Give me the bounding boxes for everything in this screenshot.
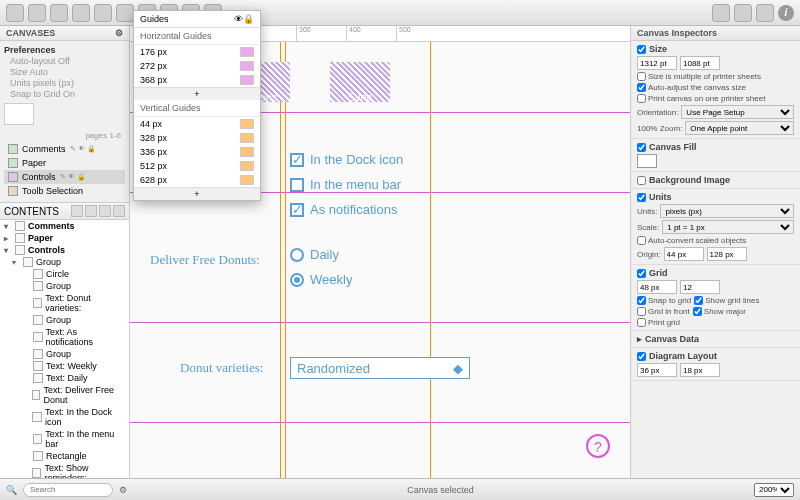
guide-row[interactable]: 328 px (134, 131, 260, 145)
tool-icon[interactable] (72, 4, 90, 22)
tree-item[interactable]: Group (0, 348, 129, 360)
tool-icon[interactable] (116, 4, 134, 22)
tool-icon[interactable] (28, 4, 46, 22)
size-section[interactable]: Size (637, 44, 794, 54)
gear-icon[interactable]: ⚙ (119, 485, 127, 495)
left-sidebar: CANVASES⚙ Preferences Auto-layout Off Si… (0, 26, 130, 478)
help-icon[interactable]: ? (586, 434, 610, 458)
label-varieties: Donut varieties: (180, 360, 263, 376)
tree-item[interactable]: Group (0, 314, 129, 326)
tool-icon[interactable] (94, 4, 112, 22)
canvases-header: CANVASES⚙ (0, 26, 129, 41)
search-input[interactable] (23, 483, 113, 497)
gear-icon[interactable]: ⚙ (115, 28, 123, 38)
guide-row[interactable]: 272 px (134, 59, 260, 73)
add-hguide-button[interactable]: + (134, 87, 260, 100)
lock-icon[interactable]: 👁🔒 (234, 14, 254, 24)
tree-item[interactable]: Text: Weekly (0, 360, 129, 372)
canvas-name[interactable]: Preferences (4, 45, 125, 55)
checkbox-menubar[interactable]: In the menu bar (290, 177, 401, 192)
guides-popup: Guides👁🔒 Horizontal Guides 176 px 272 px… (133, 10, 261, 201)
label-donuts: Deliver Free Donuts: (150, 252, 260, 268)
filter-icon[interactable] (85, 205, 97, 217)
checkbox-dock[interactable]: ✓In the Dock icon (290, 152, 403, 167)
guide-row[interactable]: 176 px (134, 45, 260, 59)
view-icon[interactable] (756, 4, 774, 22)
filter-icon[interactable] (99, 205, 111, 217)
guide-row[interactable]: 512 px (134, 159, 260, 173)
guides-title: Guides (140, 14, 169, 24)
orientation-select[interactable]: Use Page Setup (681, 105, 794, 119)
inspector-panel: Canvas Inspectors Size Size is multiple … (630, 26, 800, 478)
radio-daily[interactable]: Daily (290, 247, 339, 262)
contents-header: CONTENTS (0, 202, 129, 220)
chevron-down-icon: ◆ (453, 361, 463, 376)
status-bar: 🔍 ⚙ Canvas selected 200% (0, 478, 800, 500)
add-vguide-button[interactable]: + (134, 187, 260, 200)
guide-row[interactable]: 44 px (134, 117, 260, 131)
inspector-header: Canvas Inspectors (631, 26, 800, 41)
fill-swatch[interactable] (637, 154, 657, 168)
filter-icon[interactable] (71, 205, 83, 217)
layer-row[interactable]: Paper (4, 156, 125, 170)
tree-item[interactable]: ▾Comments (0, 220, 129, 232)
guide-row[interactable]: 628 px (134, 173, 260, 187)
checkbox-notifications[interactable]: ✓As notifications (290, 202, 397, 217)
tree-item[interactable]: Text: In the menu bar (0, 428, 129, 450)
status-text: Canvas selected (407, 485, 474, 495)
tree-item[interactable]: Text: In the Dock icon (0, 406, 129, 428)
view-icon[interactable] (712, 4, 730, 22)
width-field[interactable] (637, 56, 677, 70)
search-icon: 🔍 (6, 485, 17, 495)
tree-item[interactable]: Text: Daily (0, 372, 129, 384)
bg-section[interactable]: Background Image (637, 175, 794, 185)
tool-icon[interactable] (6, 4, 24, 22)
tree-item[interactable]: Text: Donut varieties: (0, 292, 129, 314)
guide-row[interactable]: 368 px (134, 73, 260, 87)
height-field[interactable] (680, 56, 720, 70)
tree-item[interactable]: Group (0, 280, 129, 292)
radio-weekly[interactable]: Weekly (290, 272, 352, 287)
layer-row[interactable]: Comments✎👁🔒 (4, 142, 125, 156)
tree-item[interactable]: Text: As notifications (0, 326, 129, 348)
tree-item[interactable]: Text: Deliver Free Donut (0, 384, 129, 406)
tree-item[interactable]: ▾Group (0, 256, 129, 268)
tree-item[interactable]: Circle (0, 268, 129, 280)
canvas-thumbnail[interactable] (4, 103, 34, 125)
units-section[interactable]: Units (637, 192, 794, 202)
dropdown-varieties[interactable]: Randomized◆ (290, 357, 470, 379)
fill-section[interactable]: Canvas Fill (637, 142, 794, 152)
zoom-select[interactable]: 200% (754, 483, 794, 497)
info-icon[interactable]: i (778, 5, 794, 21)
layer-row[interactable]: Toolb Selection (4, 184, 125, 198)
zoom-select[interactable]: One Apple point (685, 121, 794, 135)
view-icon[interactable] (734, 4, 752, 22)
tree-item[interactable]: Rectangle (0, 450, 129, 462)
tab-sync[interactable]: Sync (330, 62, 390, 102)
main-toolbar: i (0, 0, 800, 26)
grid-section[interactable]: Grid (637, 268, 794, 278)
filter-icon[interactable] (113, 205, 125, 217)
tool-icon[interactable] (50, 4, 68, 22)
tree-item[interactable]: ▾Controls (0, 244, 129, 256)
tree-item[interactable]: Text: Show reminders: (0, 462, 129, 478)
data-section[interactable]: ▸ Canvas Data (637, 334, 794, 344)
diagram-section[interactable]: Diagram Layout (637, 351, 794, 361)
guide-row[interactable]: 336 px (134, 145, 260, 159)
tree-item[interactable]: ▸Paper (0, 232, 129, 244)
layer-row[interactable]: Controls✎👁🔒 (4, 170, 125, 184)
